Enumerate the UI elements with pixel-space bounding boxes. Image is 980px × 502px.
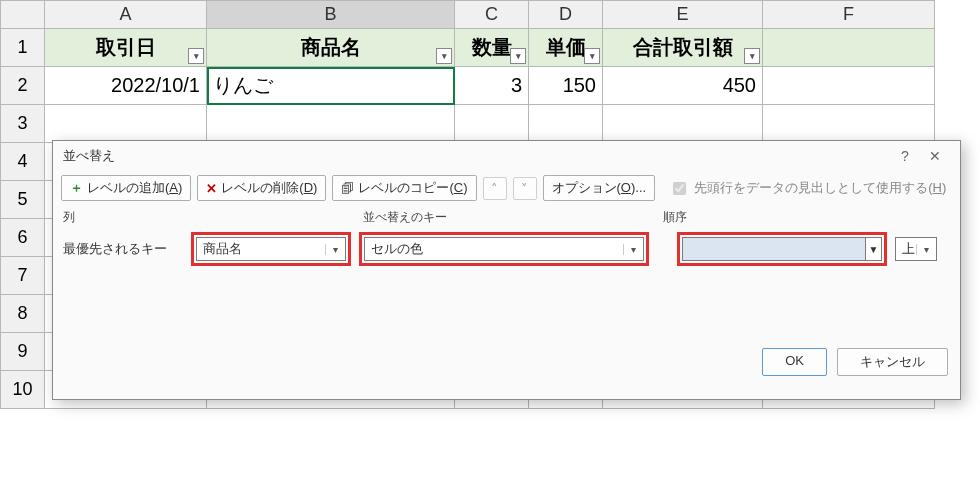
cell-C2[interactable]: 3 [455,67,529,105]
col-header-order: 順序 [663,209,950,226]
cell-D2[interactable]: 150 [529,67,603,105]
filter-button[interactable]: ▾ [188,48,204,64]
sort-on-value: セルの色 [371,240,423,258]
col-header-B[interactable]: B [207,1,455,29]
cell-F3[interactable] [763,105,935,143]
row-header-3[interactable]: 3 [1,105,45,143]
help-button[interactable]: ? [890,141,920,171]
cell-F2[interactable] [763,67,935,105]
delete-level-button[interactable]: ✕ レベルの削除(D) [197,175,326,201]
chevron-down-icon: ˅ [521,181,528,196]
cell-A2[interactable]: 2022/10/1 [45,67,207,105]
cell-B3[interactable] [207,105,455,143]
dialog-title: 並べ替え [63,141,115,171]
col-header-C[interactable]: C [455,1,529,29]
col-header-sorton: 並べ替えのキー [363,209,663,226]
dialog-titlebar[interactable]: 並べ替え ? ✕ [53,141,960,171]
cell-A1[interactable]: 取引日▾ [45,29,207,67]
dropdown-icon: ▾ [325,244,341,255]
primary-key-label: 最優先されるキー [63,240,183,258]
sort-on-select[interactable]: セルの色 ▾ [364,237,644,261]
cell-E2[interactable]: 450 [603,67,763,105]
row-header-2[interactable]: 2 [1,67,45,105]
header-row-checkbox[interactable]: 先頭行をデータの見出しとして使用する(H) [669,179,946,198]
sort-level-row: 最優先されるキー 商品名 ▾ セルの色 ▾ ▼ 上 ▾ [53,228,960,270]
sort-column-value: 商品名 [203,240,242,258]
move-down-button[interactable]: ˅ [513,177,537,200]
col-header-column: 列 [63,209,363,226]
header-label: 商品名 [301,36,361,58]
sort-order-color-select[interactable]: ▼ [682,237,882,261]
row-header-8[interactable]: 8 [1,295,45,333]
sort-dialog: 並べ替え ? ✕ ＋ レベルの追加(A) ✕ レベルの削除(D) 🗐 レベルのコ… [52,140,961,400]
sort-position-value: 上 [902,240,915,258]
cell-D3[interactable] [529,105,603,143]
filter-button[interactable]: ▾ [584,48,600,64]
highlight-order: ▼ [677,232,887,266]
cell-B2[interactable]: りんご [207,67,455,105]
filter-button[interactable]: ▾ [510,48,526,64]
col-header-A[interactable]: A [45,1,207,29]
cell-A3[interactable] [45,105,207,143]
cancel-button[interactable]: キャンセル [837,348,948,376]
dropdown-icon: ▾ [623,244,639,255]
row-header-10[interactable]: 10 [1,371,45,409]
dropdown-icon: ▼ [865,238,881,260]
row-header-6[interactable]: 6 [1,219,45,257]
col-header-F[interactable]: F [763,1,935,29]
row-header-4[interactable]: 4 [1,143,45,181]
row-header-5[interactable]: 5 [1,181,45,219]
highlight-sorton: セルの色 ▾ [359,232,649,266]
plus-icon: ＋ [70,179,83,197]
header-row-checkbox-input[interactable] [673,182,686,195]
close-button[interactable]: ✕ [920,141,950,171]
filter-button[interactable]: ▾ [744,48,760,64]
cell-C1[interactable]: 数量▾ [455,29,529,67]
highlight-column: 商品名 ▾ [191,232,351,266]
header-label: 取引日 [96,36,156,58]
options-button[interactable]: オプション(O)... [543,175,656,201]
chevron-up-icon: ˄ [491,181,498,196]
sort-position-select[interactable]: 上 ▾ [895,237,937,261]
ok-button[interactable]: OK [762,348,827,376]
row-header-9[interactable]: 9 [1,333,45,371]
cell-C3[interactable] [455,105,529,143]
header-label: 数量 [472,36,512,58]
col-header-D[interactable]: D [529,1,603,29]
header-label: 合計取引額 [633,36,733,58]
sort-column-select[interactable]: 商品名 ▾ [196,237,346,261]
dropdown-icon: ▾ [916,244,932,255]
cell-E3[interactable] [603,105,763,143]
add-level-button[interactable]: ＋ レベルの追加(A) [61,175,191,201]
row-header-7[interactable]: 7 [1,257,45,295]
row-header-1[interactable]: 1 [1,29,45,67]
cell-F1[interactable] [763,29,935,67]
copy-icon: 🗐 [341,181,354,196]
col-header-E[interactable]: E [603,1,763,29]
move-up-button[interactable]: ˄ [483,177,507,200]
select-all-corner[interactable] [1,1,45,29]
filter-button[interactable]: ▾ [436,48,452,64]
header-label: 単価 [546,36,586,58]
x-icon: ✕ [206,181,217,196]
cell-B1[interactable]: 商品名▾ [207,29,455,67]
cell-E1[interactable]: 合計取引額▾ [603,29,763,67]
cell-D1[interactable]: 単価▾ [529,29,603,67]
copy-level-button[interactable]: 🗐 レベルのコピー(C) [332,175,476,201]
